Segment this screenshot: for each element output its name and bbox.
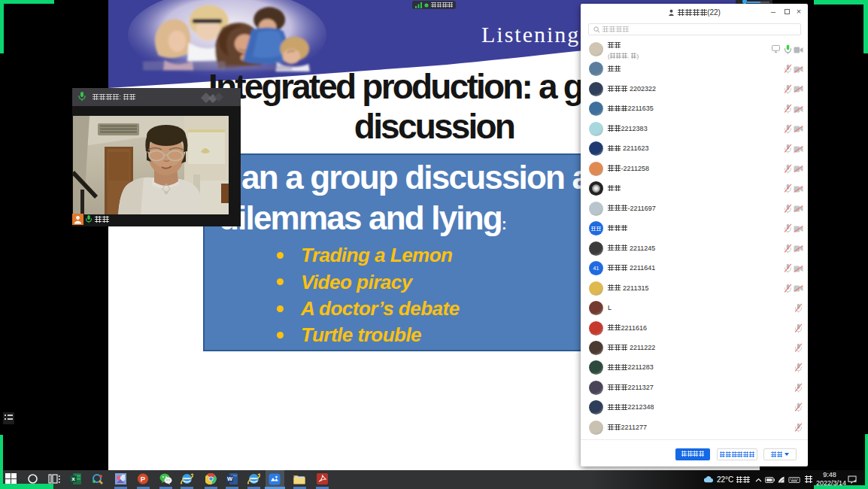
svg-text:x: x: [71, 475, 75, 482]
svg-text:P: P: [141, 475, 146, 483]
svg-text:W: W: [227, 475, 233, 482]
